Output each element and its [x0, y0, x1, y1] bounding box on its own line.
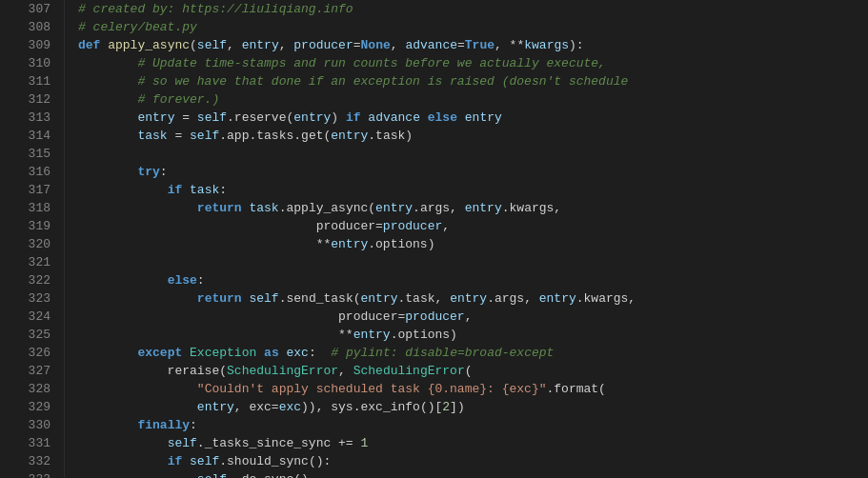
token-param: producer	[383, 219, 442, 233]
token-normal	[182, 183, 190, 197]
code-line: entry, exc=exc)), sys.exc_info()[2])	[78, 398, 868, 416]
token-normal: .kwargs,	[576, 291, 636, 306]
token-keyword: if	[346, 110, 361, 125]
token-param: task	[190, 183, 219, 197]
token-normal: ,	[391, 38, 406, 52]
token-self-kw: self	[190, 129, 219, 143]
line-number: 332	[0, 452, 50, 470]
line-number: 311	[0, 72, 50, 90]
line-number: 316	[0, 163, 50, 181]
token-param: entry	[197, 400, 234, 414]
token-self-kw: self	[249, 291, 278, 306]
code-line: finally:	[78, 416, 868, 434]
token-normal: =	[174, 110, 196, 125]
token-normal	[420, 110, 428, 125]
token-normal	[78, 291, 197, 306]
token-normal: :	[197, 273, 205, 288]
token-self-kw: self	[168, 436, 197, 450]
token-param: advance	[368, 110, 420, 125]
token-self-kw: self	[190, 454, 219, 468]
token-normal: ,	[279, 38, 294, 52]
code-line: self._tasks_since_sync += 1	[78, 434, 868, 452]
token-keyword: if	[168, 183, 183, 197]
code-line: reraise(SchedulingError, SchedulingError…	[78, 362, 868, 380]
token-string: "Couldn't apply scheduled task {0.name}:…	[197, 382, 547, 396]
token-normal: ._do_sync()	[227, 472, 309, 478]
token-param: entry	[137, 110, 174, 125]
token-keyword: return	[197, 291, 242, 306]
token-normal: .send_task(	[279, 291, 361, 306]
token-normal: (	[465, 364, 473, 378]
token-keyword: if	[168, 454, 183, 468]
code-line: return self.send_task(entry.task, entry.…	[78, 289, 868, 308]
token-number: 1	[360, 436, 368, 450]
token-keyword: try	[137, 165, 159, 179]
token-keyword: as	[264, 346, 279, 360]
line-number: 310	[0, 54, 50, 72]
line-number: 321	[0, 253, 50, 271]
code-editor: 3073083093103113123133143153163173183193…	[0, 0, 868, 478]
token-normal	[182, 346, 190, 360]
token-normal: .reserve(	[227, 110, 293, 125]
token-keyword: except	[137, 346, 182, 360]
token-normal: ,	[442, 219, 450, 233]
token-param: exc	[279, 400, 301, 414]
code-line: try:	[78, 163, 868, 181]
token-param: entry	[361, 291, 398, 306]
code-line	[78, 145, 868, 163]
token-normal: ,	[465, 309, 473, 324]
token-comment: # celery/beat.py	[78, 20, 197, 34]
token-comment: # forever.)	[78, 92, 219, 107]
token-normal: :	[219, 183, 227, 197]
token-normal	[457, 110, 465, 125]
token-normal: ])	[450, 400, 465, 414]
token-normal	[279, 346, 287, 360]
token-normal: (	[190, 38, 197, 52]
token-param: entry	[353, 328, 391, 342]
token-class-name: SchedulingError	[353, 364, 465, 378]
token-keyword: True	[465, 38, 495, 52]
token-normal: :	[190, 418, 197, 432]
code-line: # celery/beat.py	[78, 18, 868, 36]
token-normal	[78, 454, 168, 468]
token-normal	[78, 418, 137, 432]
code-line: task = self.app.tasks.get(entry.task)	[78, 127, 868, 145]
code-line: producer=producer,	[78, 217, 868, 235]
token-normal: :	[309, 346, 331, 360]
token-class-name: SchedulingError	[227, 364, 338, 378]
line-number: 323	[0, 289, 50, 308]
token-param: producer	[293, 38, 353, 52]
line-number: 309	[0, 36, 50, 54]
line-number: 325	[0, 326, 50, 344]
token-keyword: finally	[137, 418, 190, 432]
token-normal: .options)	[368, 237, 434, 251]
token-keyword: None	[361, 38, 391, 52]
code-line: else:	[78, 271, 868, 289]
line-number: 307	[0, 0, 50, 18]
token-param: entry	[539, 291, 576, 306]
code-area[interactable]: # created by: https://liuliqiang.info# c…	[65, 0, 868, 478]
token-comment: # Update time-stamps and run counts befo…	[78, 56, 606, 70]
line-number: 322	[0, 271, 50, 289]
line-number: 326	[0, 344, 50, 362]
token-param: entry	[375, 201, 413, 215]
token-param: advance	[405, 38, 457, 52]
token-normal	[78, 183, 168, 197]
token-normal: .task)	[368, 129, 413, 143]
token-normal: =	[168, 129, 190, 143]
line-number: 327	[0, 362, 50, 380]
code-line: **entry.options)	[78, 326, 868, 344]
code-line: entry = self.reserve(entry) if advance e…	[78, 109, 868, 127]
token-normal	[78, 129, 137, 143]
code-line: "Couldn't apply scheduled task {0.name}:…	[78, 380, 868, 398]
token-normal	[78, 346, 137, 360]
line-number: 314	[0, 127, 50, 145]
token-param: entry	[331, 237, 368, 251]
token-normal: )), sys.exc_info()[	[301, 400, 442, 414]
token-normal: , exc=	[234, 400, 279, 414]
code-line: **entry.options)	[78, 235, 868, 253]
token-normal: producer=	[78, 219, 383, 233]
token-normal: =	[457, 38, 465, 52]
token-normal: **	[78, 237, 331, 251]
token-normal: .apply_async(	[279, 201, 375, 215]
